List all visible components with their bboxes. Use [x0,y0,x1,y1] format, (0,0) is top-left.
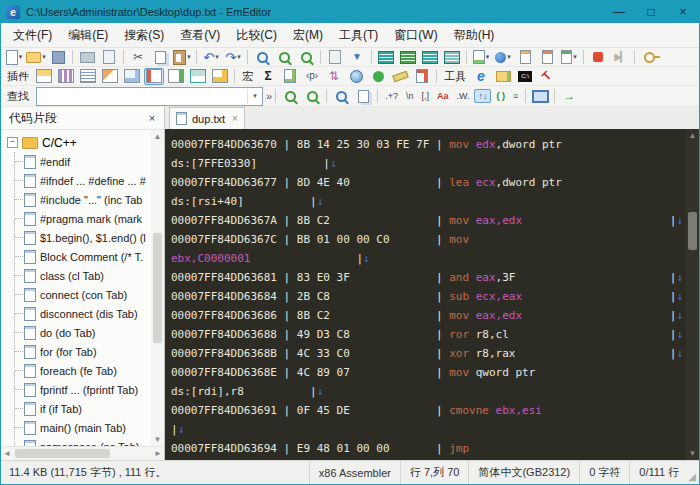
tab-dup-txt[interactable]: dup.txt × [169,107,245,129]
toggle-whole-word[interactable]: .W. [453,90,472,102]
macro-ruler-button[interactable] [390,68,410,85]
plugin-word-count-button[interactable] [210,68,230,85]
find-all-button[interactable] [331,88,351,105]
tree-item[interactable]: disconnect (dis Tab) [15,304,151,323]
plugin-outline-button[interactable] [78,68,98,85]
dropdown-arrow-icon[interactable]: ▾ [486,53,490,61]
replace-in-files-button[interactable] [325,49,345,66]
status-encoding[interactable]: 简体中文(GB2312) [468,461,579,484]
save-file-button[interactable] [48,49,68,66]
scrollbar-thumb[interactable] [15,449,110,458]
open-file-button[interactable]: ▾ [26,49,46,66]
plugin-web-preview-button[interactable] [188,68,208,85]
status-syntax[interactable]: x86 Assembler [309,461,400,484]
scroll-up-icon[interactable]: ▲ [154,132,162,141]
tree-item[interactable]: namespace (ns Tab) [15,437,151,446]
dropdown-arrow-icon[interactable]: ▾ [573,53,577,61]
menu-item[interactable]: 帮助(H) [446,24,503,46]
tree-item[interactable]: foreach (fe Tab) [15,361,151,380]
toggle-regex[interactable]: .+? [382,90,401,102]
maximize-button[interactable]: □ [635,1,667,23]
record-macro-button[interactable] [588,49,608,66]
find-next-button[interactable] [274,49,294,66]
run-macro-button[interactable] [610,49,630,66]
plugin-explorer-button[interactable] [34,68,54,85]
filter-button[interactable] [347,49,367,66]
tree-item[interactable]: do (do Tab) [15,323,151,342]
tool-customize-button[interactable] [537,68,557,85]
macro-download-button[interactable] [368,68,388,85]
dropdown-arrow-icon[interactable]: ▾ [237,53,241,61]
find-dropdown-icon[interactable]: ▾ [247,89,262,104]
dropdown-arrow-icon[interactable]: ▾ [19,53,23,61]
find-extract-button[interactable] [353,88,373,105]
toggle-match-case[interactable]: Aa [434,90,452,102]
find-input[interactable] [37,90,247,103]
menu-item[interactable]: 工具(T) [331,24,386,46]
menu-item[interactable]: 文件(F) [5,24,60,46]
bookmark-list-button[interactable]: ▾ [559,49,579,66]
scroll-down-icon[interactable]: ▼ [689,449,697,458]
macro-properties-button[interactable] [412,68,432,85]
print-preview-button[interactable] [99,49,119,66]
copy-button[interactable] [150,49,170,66]
toggle-parens[interactable]: ( ) [493,90,508,102]
scrollbar-thumb[interactable] [688,212,697,250]
find-in-files-button[interactable] [296,49,316,66]
tool-edit-folder-button[interactable] [493,68,513,85]
bookmark-set-button[interactable] [515,49,535,66]
plugin-search-button[interactable] [166,68,186,85]
sidebar-vertical-scrollbar[interactable]: ▲ ▼ [151,130,164,446]
workspace-button[interactable]: ▾ [471,49,491,66]
tool-command-prompt-button[interactable]: C:\ [515,68,535,85]
plugin-projects-button[interactable] [100,68,120,85]
editor-vertical-scrollbar[interactable]: ▲ ▼ [686,129,699,460]
menu-item[interactable]: 搜索(S) [116,24,172,46]
external-tools-button[interactable]: ▾ [493,49,513,66]
find-previous-button[interactable] [302,88,322,105]
tree-item[interactable]: class (cl Tab) [15,266,151,285]
menu-item[interactable]: 窗口(W) [386,24,445,46]
toggle-escape[interactable]: \n [403,90,417,102]
scroll-up-icon[interactable]: ▲ [689,131,697,140]
tree-root-folder[interactable]: − C/C++ [7,133,151,152]
menu-item[interactable]: 编辑(E) [60,24,116,46]
find-display-button[interactable] [530,88,550,105]
scroll-left-icon[interactable]: ◄ [1,449,13,458]
tree-item[interactable]: Block Comment (/* T. [15,247,151,266]
dropdown-arrow-icon[interactable]: ▾ [215,53,219,61]
minimize-button[interactable]: — [603,1,635,23]
toggle-up-down[interactable]: ↑↓ [474,89,491,103]
tree-item[interactable]: #pragma mark (mark [15,209,151,228]
status-selection-chars[interactable]: 0 字符 [579,461,629,484]
tab-close-icon[interactable]: × [232,113,238,124]
macro-paragraph-tag-button[interactable] [302,68,322,85]
scroll-right-icon[interactable]: ► [152,449,164,458]
scroll-down-icon[interactable]: ▼ [154,435,162,444]
tree-item[interactable]: #include "..." (inc Tab [15,190,151,209]
cut-button[interactable] [128,49,148,66]
license-key-button[interactable] [639,49,659,66]
sync-scroll-vertical-button[interactable] [420,49,440,66]
new-file-button[interactable]: ▾ [4,49,24,66]
tree-item[interactable]: for (for Tab) [15,342,151,361]
find-go-button[interactable] [559,88,579,105]
plugin-html-bar-button[interactable] [56,68,76,85]
macro-sum-button[interactable] [258,68,278,85]
menu-item[interactable]: 宏(M) [285,24,331,46]
compare-rescan-button[interactable] [398,49,418,66]
undo-button[interactable]: ▾ [201,49,221,66]
plugin-snippets-button[interactable] [144,68,164,85]
dropdown-arrow-icon[interactable]: ▾ [187,53,191,61]
sidebar-horizontal-scrollbar[interactable]: ◄ ► [1,446,164,460]
menu-item[interactable]: 比较(C) [228,24,285,46]
tree-item[interactable]: $1.begin(), $1.end() (l [15,228,151,247]
collapse-icon[interactable]: − [7,137,18,148]
sidebar-close-icon[interactable]: × [144,112,160,124]
tree-item[interactable]: connect (con Tab) [15,285,151,304]
status-line-count[interactable]: 0/111 行 [629,461,688,484]
toggle-filter-lines[interactable]: ≡ [510,90,521,102]
find-more-chevron[interactable]: » [266,90,272,102]
tree-item[interactable]: if (if Tab) [15,399,151,418]
macro-edit-button[interactable] [280,68,300,85]
